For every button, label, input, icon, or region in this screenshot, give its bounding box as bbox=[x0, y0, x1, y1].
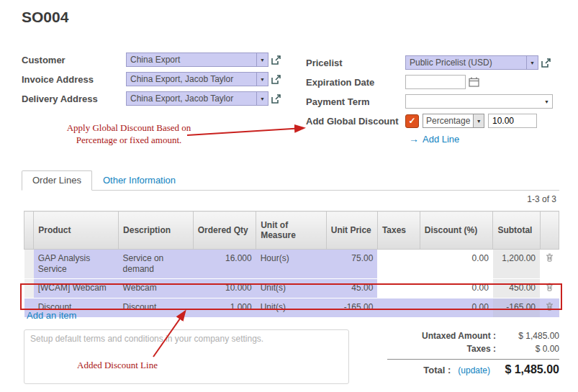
field-expiration-date: Expiration Date bbox=[306, 74, 561, 90]
chevron-down-icon[interactable]: ▼ bbox=[541, 95, 552, 108]
cell-unit-price[interactable]: -165.00 bbox=[326, 298, 377, 318]
invoice-address-select[interactable]: China Export, Jacob Taylor ▼ bbox=[126, 72, 268, 86]
field-customer: Customer China Export ▼ bbox=[22, 52, 304, 68]
cell-uom[interactable]: Hour(s) bbox=[256, 250, 327, 279]
discount-amount-input[interactable] bbox=[488, 114, 537, 128]
cell-qty[interactable]: 1.000 bbox=[193, 298, 256, 318]
external-link-icon[interactable] bbox=[271, 55, 281, 65]
trash-icon[interactable] bbox=[546, 283, 554, 294]
cell-description[interactable]: Discount bbox=[119, 298, 194, 318]
cell-taxes[interactable] bbox=[377, 250, 420, 279]
discount-type-value: Percentage bbox=[423, 114, 473, 127]
delivery-address-label: Delivery Address bbox=[22, 94, 126, 104]
discount-type-select[interactable]: Percentage ▼ bbox=[423, 114, 484, 128]
cell-uom[interactable]: Unit(s) bbox=[256, 298, 327, 318]
total-label: Total : bbox=[387, 365, 451, 375]
trash-icon[interactable] bbox=[546, 302, 554, 314]
add-line-link[interactable]: → Add Line bbox=[409, 133, 561, 145]
table-row[interactable]: GAP Analysis Service Service on demand 1… bbox=[24, 250, 559, 279]
total-value: $ 1,485.00 bbox=[496, 363, 559, 376]
row-handle[interactable] bbox=[24, 279, 34, 298]
terms-textarea[interactable]: Setup default terms and conditions in yo… bbox=[24, 329, 349, 384]
cell-product[interactable]: [WCAM] Webcam bbox=[34, 279, 119, 298]
totals-separator bbox=[387, 359, 559, 360]
col-description[interactable]: Description bbox=[119, 211, 194, 250]
payment-term-select[interactable]: ▼ bbox=[405, 94, 553, 109]
chevron-down-icon[interactable]: ▼ bbox=[473, 114, 484, 127]
taxes-label: Taxes : bbox=[387, 344, 496, 354]
order-lines-table: Product Description Ordered Qty Unit of … bbox=[24, 211, 559, 318]
arrow-right-icon: → bbox=[409, 133, 419, 145]
cell-discount[interactable]: 0.00 bbox=[420, 279, 493, 298]
global-discount-checkbox[interactable]: ✓ bbox=[405, 114, 419, 128]
cell-taxes[interactable] bbox=[377, 298, 420, 318]
external-link-icon[interactable] bbox=[271, 94, 281, 104]
field-pricelist: Pricelist Public Pricelist (USD) ▼ bbox=[306, 55, 561, 70]
col-subtotal[interactable]: Subtotal bbox=[493, 211, 540, 250]
trash-icon[interactable] bbox=[546, 253, 554, 265]
field-global-discount: Add Global Discount ✓ Percentage ▼ bbox=[306, 113, 561, 129]
tab-order-lines[interactable]: Order Lines bbox=[22, 170, 92, 191]
delivery-address-value: China Export, Jacob Taylor bbox=[127, 92, 256, 105]
taxes-row: Taxes : $ 0.00 bbox=[387, 342, 559, 355]
col-taxes[interactable]: Taxes bbox=[377, 211, 420, 250]
delete-column-header bbox=[540, 211, 559, 250]
pricelist-value: Public Pricelist (USD) bbox=[406, 56, 526, 69]
table-row[interactable]: [WCAM] Webcam Webcam 10.000 Unit(s) 45.0… bbox=[24, 279, 559, 298]
check-icon: ✓ bbox=[408, 116, 415, 126]
field-invoice-address: Invoice Address China Export, Jacob Tayl… bbox=[22, 71, 304, 87]
row-handle[interactable] bbox=[24, 250, 34, 279]
cell-qty[interactable]: 16.000 bbox=[193, 250, 256, 279]
cell-qty[interactable]: 10.000 bbox=[193, 279, 256, 298]
invoice-address-label: Invoice Address bbox=[22, 74, 126, 85]
left-fields: Customer China Export ▼ Invoice Address … bbox=[22, 52, 304, 110]
external-link-icon[interactable] bbox=[271, 75, 281, 84]
untaxed-amount-row: Untaxed Amount : $ 1,485.00 bbox=[387, 329, 559, 342]
tab-other-information[interactable]: Other Information bbox=[92, 170, 186, 191]
pricelist-select[interactable]: Public Pricelist (USD) ▼ bbox=[405, 55, 538, 70]
pricelist-label: Pricelist bbox=[306, 58, 405, 68]
totals-panel: Untaxed Amount : $ 1,485.00 Taxes : $ 0.… bbox=[387, 329, 559, 378]
invoice-address-value: China Export, Jacob Taylor bbox=[127, 73, 256, 86]
add-an-item-link[interactable]: Add an item bbox=[27, 310, 76, 321]
untaxed-amount-value: $ 1,485.00 bbox=[496, 331, 559, 341]
cell-description[interactable]: Webcam bbox=[119, 279, 194, 298]
external-link-icon[interactable] bbox=[541, 58, 551, 68]
table-header-row: Product Description Ordered Qty Unit of … bbox=[24, 211, 559, 250]
customer-value: China Export bbox=[127, 53, 256, 66]
update-link[interactable]: (update) bbox=[458, 365, 490, 375]
cell-product[interactable]: GAP Analysis Service bbox=[34, 250, 119, 279]
col-ordered-qty[interactable]: Ordered Qty bbox=[193, 211, 256, 250]
pager[interactable]: 1-3 of 3 bbox=[527, 194, 556, 204]
annotation-global-discount: Apply Global Discount Based on Percentag… bbox=[60, 122, 197, 147]
sale-order-form: SO004 Customer China Export ▼ Invoice Ad… bbox=[0, 0, 578, 392]
chevron-down-icon[interactable]: ▼ bbox=[256, 53, 268, 66]
col-discount[interactable]: Discount (%) bbox=[420, 211, 493, 250]
customer-select[interactable]: China Export ▼ bbox=[126, 53, 268, 67]
table-row-discount[interactable]: Discount Discount 1.000 Unit(s) -165.00 … bbox=[24, 298, 559, 318]
cell-unit-price[interactable]: 45.00 bbox=[326, 279, 377, 298]
untaxed-amount-label: Untaxed Amount : bbox=[387, 331, 496, 341]
calendar-icon[interactable] bbox=[469, 77, 479, 87]
col-unit-of-measure[interactable]: Unit of Measure bbox=[256, 211, 327, 250]
right-fields: Pricelist Public Pricelist (USD) ▼ Expir… bbox=[306, 55, 561, 145]
field-delivery-address: Delivery Address China Export, Jacob Tay… bbox=[22, 91, 304, 106]
cell-discount[interactable]: 0.00 bbox=[420, 250, 493, 279]
chevron-down-icon[interactable]: ▼ bbox=[526, 56, 538, 69]
expiration-date-input[interactable] bbox=[405, 75, 466, 89]
cell-subtotal: -165.00 bbox=[493, 298, 540, 318]
col-unit-price[interactable]: Unit Price bbox=[326, 211, 377, 250]
cell-unit-price[interactable]: 75.00 bbox=[326, 250, 377, 279]
cell-discount[interactable]: 0.00 bbox=[420, 298, 493, 318]
cell-subtotal: 1,200.00 bbox=[493, 250, 540, 279]
col-product[interactable]: Product bbox=[34, 211, 119, 250]
notebook-tabs: Order Lines Other Information bbox=[22, 170, 559, 191]
cell-description[interactable]: Service on demand bbox=[119, 250, 194, 279]
chevron-down-icon[interactable]: ▼ bbox=[256, 73, 268, 86]
page-title: SO004 bbox=[22, 9, 68, 26]
cell-taxes[interactable] bbox=[377, 279, 420, 298]
customer-label: Customer bbox=[22, 55, 126, 65]
delivery-address-select[interactable]: China Export, Jacob Taylor ▼ bbox=[126, 91, 268, 106]
cell-uom[interactable]: Unit(s) bbox=[256, 279, 327, 298]
chevron-down-icon[interactable]: ▼ bbox=[256, 92, 268, 105]
